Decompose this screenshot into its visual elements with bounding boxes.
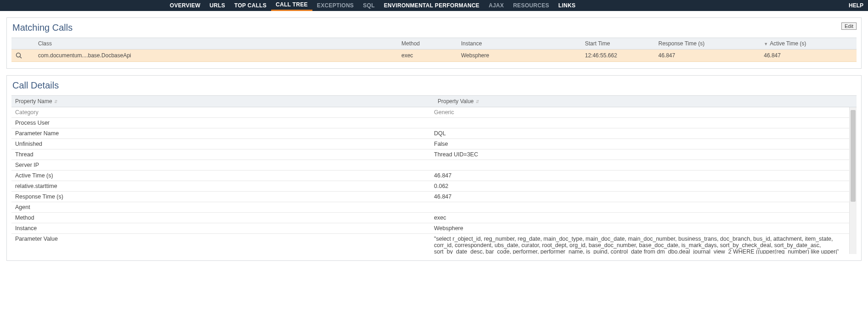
row-icon-cell[interactable] (11, 50, 34, 62)
prop-value-cell: DQL (430, 128, 849, 139)
nav-tab-resources[interactable]: RESOURCES (508, 0, 554, 11)
col-method[interactable]: Method (398, 38, 457, 50)
edit-button[interactable]: Edit (841, 22, 857, 30)
prop-value-cell: False (430, 139, 849, 149)
table-header-row: Class Method Instance Start Time Respons… (11, 38, 857, 50)
table-row[interactable]: ThreadThread UID=3EC (11, 149, 849, 160)
prop-value-cell: exec (430, 213, 849, 223)
response-cell: 46.847 (655, 50, 760, 62)
call-details-header-table: Property Name⇵ Property Value⇵ (11, 95, 857, 107)
prop-value-cell (430, 118, 849, 128)
table-row[interactable]: Methodexec (11, 213, 849, 223)
instance-cell: Websphere (457, 50, 581, 62)
col-property-name-label: Property Name (15, 98, 52, 105)
details-scroll-area[interactable]: Category Generic Process UserParameter N… (11, 107, 857, 254)
table-row[interactable]: relative.starttime0.062 (11, 181, 849, 192)
call-details-title: Call Details (12, 80, 857, 91)
prop-name-cell: Parameter Name (11, 128, 430, 139)
prop-value-cell: Websphere (430, 223, 849, 234)
col-class[interactable]: Class (34, 38, 398, 50)
prop-value-cell (430, 160, 849, 171)
table-row[interactable]: Category Generic (11, 107, 849, 118)
nav-tab-exceptions[interactable]: EXCEPTIONS (312, 0, 358, 11)
table-row[interactable]: Agent (11, 202, 849, 213)
table-row[interactable]: com.documentum....base.DocbaseApiexecWeb… (11, 50, 857, 62)
prop-value-cell: 46.847 (430, 192, 849, 202)
prop-value-cell: 0.062 (430, 181, 849, 192)
call-details-body-table: Category Generic Process UserParameter N… (11, 107, 849, 254)
sort-both-icon: ⇵ (54, 99, 58, 104)
class-cell: com.documentum....base.DocbaseApi (34, 50, 398, 62)
nav-tab-ajax[interactable]: AJAX (484, 0, 508, 11)
prop-name-cell: Response Time (s) (11, 192, 430, 202)
prop-value-cell: Thread UID=3EC (430, 149, 849, 160)
svg-point-0 (17, 53, 21, 57)
prop-name-cell: Process User (11, 118, 430, 128)
table-row[interactable]: Response Time (s)46.847 (11, 192, 849, 202)
prop-value-cell: "select r_object_id, reg_number, reg_dat… (430, 234, 849, 254)
prop-value-cell: Generic (430, 107, 849, 118)
sort-desc-icon: ▼ (764, 42, 768, 46)
col-instance[interactable]: Instance (457, 38, 581, 50)
call-details-panel: Call Details Property Name⇵ Property Val… (6, 75, 862, 261)
nav-tab-sql[interactable]: SQL (358, 0, 379, 11)
nav-tab-urls[interactable]: URLS (205, 0, 230, 11)
prop-name-cell: Server IP (11, 160, 430, 171)
col-active[interactable]: ▼Active Time (s) (760, 38, 857, 50)
prop-name-cell: Method (11, 213, 430, 223)
col-response[interactable]: Response Time (s) (655, 38, 760, 50)
prop-name-cell: Active Time (s) (11, 171, 430, 181)
table-row[interactable]: InstanceWebsphere (11, 223, 849, 234)
prop-name-cell: Instance (11, 223, 430, 234)
magnifier-icon[interactable] (15, 52, 22, 59)
top-nav: OVERVIEWURLSTOP CALLSCALL TREEEXCEPTIONS… (0, 0, 868, 11)
table-row[interactable]: UnfinishedFalse (11, 139, 849, 149)
nav-tab-environmental-performance[interactable]: ENVIRONMENTAL PERFORMANCE (379, 0, 484, 11)
nav-tab-links[interactable]: LINKS (554, 0, 580, 11)
col-start[interactable]: Start Time (581, 38, 655, 50)
method-cell: exec (398, 50, 457, 62)
scrollbar-track[interactable]: ▲ ▼ (849, 107, 857, 254)
prop-name-cell: Parameter Value (11, 234, 430, 254)
table-row[interactable]: Server IP (11, 160, 849, 171)
table-row[interactable]: Parameter Value"select r_object_id, reg_… (11, 234, 849, 254)
table-row[interactable]: Process User (11, 118, 849, 128)
prop-value-cell (430, 202, 849, 213)
svg-line-1 (20, 57, 22, 59)
prop-name-cell: relative.starttime (11, 181, 430, 192)
prop-name-cell: Unfinished (11, 139, 430, 149)
matching-calls-title: Matching Calls (12, 22, 857, 33)
nav-help[interactable]: HELP (849, 0, 863, 11)
nav-tab-top-calls[interactable]: TOP CALLS (230, 0, 271, 11)
col-active-label: Active Time (s) (770, 40, 806, 47)
prop-name-cell: Category (11, 107, 430, 118)
table-row[interactable]: Active Time (s)46.847 (11, 171, 849, 181)
prop-value-cell: 46.847 (430, 171, 849, 181)
active-cell: 46.847 (760, 50, 857, 62)
matching-calls-table: Class Method Instance Start Time Respons… (11, 38, 857, 62)
prop-name-cell: Thread (11, 149, 430, 160)
nav-tab-overview[interactable]: OVERVIEW (165, 0, 205, 11)
table-row[interactable]: Parameter NameDQL (11, 128, 849, 139)
col-property-value-label: Property Value (438, 98, 474, 105)
col-property-value[interactable]: Property Value⇵ (434, 96, 857, 107)
col-property-name[interactable]: Property Name⇵ (11, 96, 434, 107)
matching-calls-panel: Matching Calls Edit Class Method Instanc… (6, 17, 862, 69)
nav-tab-call-tree[interactable]: CALL TREE (271, 0, 312, 11)
scrollbar-thumb[interactable] (851, 110, 856, 202)
col-icon[interactable] (11, 38, 34, 50)
details-header-row: Property Name⇵ Property Value⇵ (11, 96, 857, 107)
start-cell: 12:46:55.662 (581, 50, 655, 62)
sort-both-icon: ⇵ (476, 99, 479, 104)
prop-name-cell: Agent (11, 202, 430, 213)
